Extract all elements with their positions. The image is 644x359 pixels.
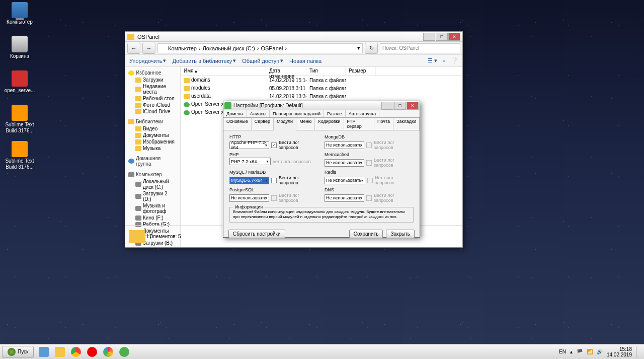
- tab-encodings[interactable]: Кодировки: [315, 118, 344, 130]
- file-row[interactable]: userdata14.02.2019 13:34Папка с файлами: [181, 92, 462, 100]
- mysql-select[interactable]: MySQL-5.7-x64: [229, 177, 269, 184]
- http-log-checkbox[interactable]: [271, 142, 277, 148]
- settings-titlebar[interactable]: Настройки [Профиль: Default] _ □ ✕: [223, 101, 420, 110]
- sidebar-item[interactable]: iCloud Drive: [126, 108, 179, 115]
- task-app[interactable]: [101, 346, 115, 358]
- view-menu[interactable]: ☰ ▾: [428, 57, 437, 64]
- sidebar-item[interactable]: Загрузки 2 (D:): [126, 190, 179, 202]
- maximize-button[interactable]: □: [394, 102, 406, 110]
- explorer-titlebar[interactable]: OSPanel _ □ ✕: [125, 32, 462, 42]
- tab-aliases[interactable]: Алиасы: [247, 110, 270, 117]
- task-chrome[interactable]: [69, 346, 83, 358]
- sidebar-item[interactable]: Музыка: [126, 145, 179, 152]
- chrome-icon: [71, 347, 81, 357]
- breadcrumb-item[interactable]: Локальный диск (C:): [203, 45, 255, 51]
- sidebar-item[interactable]: Загрузки: [126, 77, 179, 83]
- mongodb-log-checkbox: [366, 142, 372, 148]
- sidebar-item[interactable]: Кино (F:): [126, 214, 179, 221]
- dns-select[interactable]: Не использовать: [325, 194, 364, 202]
- help-button[interactable]: ❔: [451, 57, 458, 64]
- sidebar-item[interactable]: Фото iCloud: [126, 102, 179, 108]
- postgresql-select[interactable]: Не использовать: [229, 194, 269, 202]
- breadcrumb-item[interactable]: Компьютер: [168, 45, 197, 51]
- refresh-button[interactable]: ↻: [365, 43, 378, 54]
- back-button[interactable]: ←: [127, 43, 140, 54]
- maximize-button[interactable]: □: [436, 33, 448, 41]
- file-row[interactable]: modules05.09.2018 3:11Папка с файлами: [181, 84, 462, 92]
- tab-server[interactable]: Сервер: [252, 118, 274, 130]
- desktop-icon-openserver[interactable]: open_serve...: [2, 70, 37, 94]
- tab-modules[interactable]: Модули: [274, 118, 296, 130]
- mysql-label: MySQL / MariaDB: [229, 170, 318, 175]
- desktop-icon-sublime2[interactable]: Sublime Text Build 3176...: [2, 141, 37, 170]
- memcached-select[interactable]: Не использовать: [325, 159, 364, 167]
- sidebar-favorites[interactable]: Избранное: [126, 69, 179, 77]
- sidebar-item[interactable]: Рабочий стол: [126, 95, 179, 102]
- preview-pane-button[interactable]: ▫: [443, 58, 445, 64]
- task-openserver[interactable]: [117, 346, 131, 358]
- col-type[interactable]: Тип: [306, 67, 346, 76]
- volume-icon[interactable]: 🔊: [597, 349, 603, 354]
- breadcrumb[interactable]: Компьютер › Локальный диск (C:) › OSPane…: [157, 43, 363, 53]
- tab-ftp[interactable]: FTP сервер: [344, 118, 374, 130]
- tab-domains[interactable]: Домены: [223, 110, 247, 117]
- dropdown-icon[interactable]: ▾: [357, 45, 360, 51]
- mongodb-select[interactable]: Не использовать: [325, 141, 364, 149]
- start-button[interactable]: Пуск: [2, 346, 34, 358]
- sidebar-item[interactable]: Локальный диск (C:): [126, 178, 179, 190]
- tab-misc[interactable]: Разное: [324, 110, 346, 117]
- tab-main[interactable]: Основные: [223, 118, 252, 130]
- file-row[interactable]: domains14.02.2019 15:14Папка с файлами: [181, 76, 462, 84]
- redis-select[interactable]: Не использовать: [325, 177, 365, 184]
- search-input[interactable]: [380, 43, 460, 53]
- reset-button[interactable]: Сбросить настройки: [228, 230, 285, 238]
- close-button[interactable]: ✕: [448, 33, 460, 41]
- col-date[interactable]: Дата изменения: [266, 67, 306, 76]
- sidebar-item[interactable]: Недавние места: [126, 83, 179, 95]
- dialog-title: Настройки [Профиль: Default]: [233, 103, 303, 108]
- breadcrumb-item[interactable]: OSPanel: [261, 45, 283, 51]
- show-desktop-button[interactable]: [636, 346, 640, 358]
- folder-icon: [55, 347, 65, 357]
- tab-autorun[interactable]: Автозагрузка: [346, 110, 380, 117]
- new-folder-button[interactable]: Новая папка: [289, 58, 321, 64]
- close-button[interactable]: ✕: [407, 102, 419, 110]
- sidebar-item[interactable]: Документы: [126, 132, 179, 138]
- language-indicator[interactable]: EN: [559, 349, 566, 354]
- task-explorer[interactable]: [37, 346, 51, 358]
- sidebar-item[interactable]: Музыка и фотограф: [126, 202, 179, 214]
- sidebar-libraries[interactable]: Библиотеки: [126, 118, 179, 125]
- minimize-button[interactable]: _: [381, 102, 393, 110]
- sidebar-homegroup[interactable]: Домашняя группа: [126, 155, 179, 168]
- close-dialog-button[interactable]: Закрыть: [386, 230, 415, 238]
- organize-menu[interactable]: Упорядочить ▾: [129, 57, 166, 64]
- task-opera[interactable]: [85, 346, 99, 358]
- redis-label: Redis: [325, 170, 414, 175]
- clock[interactable]: 15:18 14.02.2019: [607, 346, 632, 357]
- tray-chevron-icon[interactable]: ▴: [570, 349, 573, 354]
- library-menu[interactable]: Добавить в библиотеку ▾: [172, 57, 236, 64]
- php-select[interactable]: PHP-7.2-x64: [229, 158, 271, 165]
- tab-scheduler[interactable]: Планировщик заданий: [270, 110, 324, 117]
- desktop-icon-recycle[interactable]: Корзина: [2, 36, 37, 59]
- network-icon[interactable]: 📶: [587, 349, 593, 354]
- col-name[interactable]: Имя ▴: [181, 67, 266, 76]
- task-folder[interactable]: [53, 346, 67, 358]
- col-size[interactable]: Размер: [346, 67, 376, 76]
- tab-menu[interactable]: Меню: [296, 118, 315, 130]
- minimize-button[interactable]: _: [423, 33, 435, 41]
- flag-icon[interactable]: 🏴: [577, 349, 583, 354]
- sidebar-item[interactable]: Изображения: [126, 138, 179, 145]
- forward-button[interactable]: →: [142, 43, 155, 54]
- save-button[interactable]: Сохранить: [349, 230, 383, 238]
- tab-bookmarks[interactable]: Закладки: [393, 118, 420, 130]
- tab-mail[interactable]: Почта: [374, 118, 393, 130]
- taskbar: Пуск EN ▴ 🏴 📶 🔊 15:18 14.02.2019: [0, 344, 644, 359]
- sidebar-item[interactable]: Видео: [126, 125, 179, 132]
- share-menu[interactable]: Общий доступ ▾: [242, 57, 283, 64]
- desktop-icon-computer[interactable]: Компьютер: [2, 2, 37, 25]
- mysql-log-checkbox[interactable]: [271, 178, 277, 183]
- desktop-icon-sublime1[interactable]: Sublime Text Build 3176...: [2, 105, 37, 134]
- http-select[interactable]: Apache-PHP-7.2-x64: [229, 141, 269, 149]
- sidebar-computer[interactable]: Компьютер: [126, 171, 179, 178]
